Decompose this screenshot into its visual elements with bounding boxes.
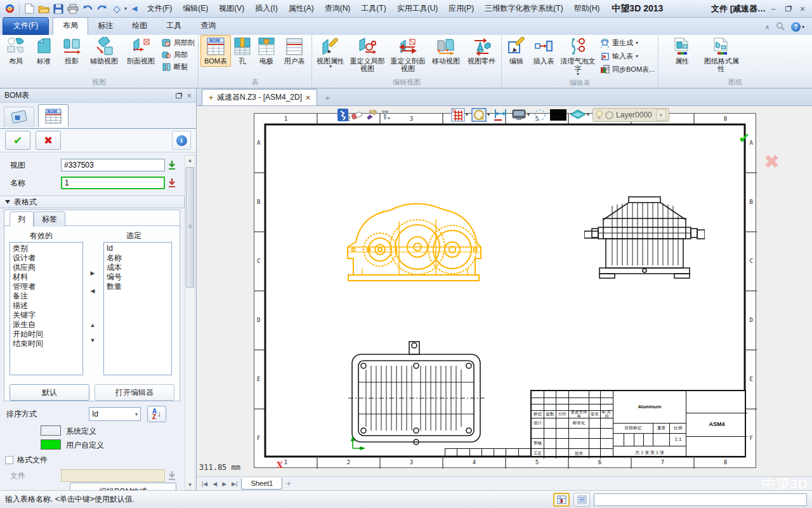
tab-layout[interactable]: 布局 [53,17,88,35]
first-sheet-button[interactable]: |◀ [200,481,209,487]
redo-icon[interactable] [95,2,109,16]
new-file-icon[interactable] [22,2,36,16]
tab-close-icon[interactable]: × [306,93,310,102]
help-icon[interactable]: ? ▾ [791,22,804,32]
menu-view[interactable]: 视图(V) [214,1,249,16]
side-view-gearbox[interactable] [584,194,705,282]
scrollbar-thumb[interactable] [186,167,194,288]
tab-drawing[interactable]: 绘图 [122,17,157,35]
brush-icon[interactable] [366,109,377,121]
view-attributes-button[interactable]: 视图属性 ▾ [314,35,347,70]
menu-applications[interactable]: 应用(P) [443,1,479,16]
name-field-input[interactable] [61,177,165,189]
import-table-button[interactable]: 输入表 ▾ [600,51,655,61]
back-icon[interactable]: ◀ [128,2,141,16]
dropdown-icon[interactable]: ▾ [577,72,579,76]
collapse-ribbon-icon[interactable]: ∧ [765,23,769,30]
view-field-input[interactable] [61,159,165,171]
auxiliary-view-button[interactable]: 辅助视图 [86,35,122,67]
layers-icon[interactable]: ▾ [570,109,589,121]
electrode-table-button[interactable]: 电极 [254,35,279,67]
move-view-button[interactable]: 移动视图 [428,35,464,67]
quick-access-dropdown-icon[interactable]: ▾ [124,7,127,11]
prev-sheet-button[interactable]: ◀ [211,481,218,487]
redefine-detail-view-button[interactable]: 重定义局部视图 [347,35,388,74]
dimension-display-icon[interactable]: ▾ [471,109,490,121]
scroll-down-icon[interactable]: ▼ [185,480,195,490]
table-format-section-header[interactable]: 表格式 [0,196,185,208]
pattern-grid-icon[interactable]: ▾ [451,109,468,121]
minimize-button[interactable]: – [766,3,780,15]
status-input[interactable] [594,493,807,506]
list-item[interactable]: 供应商 [13,263,80,272]
name-pick-icon[interactable] [166,177,178,189]
list-item[interactable]: 成本 [107,263,169,272]
user-table-button[interactable]: 用户表 [279,35,310,67]
panel-scrollbar[interactable]: ▲ ▼ [185,155,195,490]
list-item[interactable]: 派生自 [13,320,80,330]
menu-inquire[interactable]: 查询(N) [320,1,356,16]
scroll-up-icon[interactable]: ▲ [185,156,195,165]
menu-utilities[interactable]: 实用工具(U) [392,1,443,16]
filter-icon[interactable] [381,109,391,121]
close-button[interactable]: × [796,3,809,15]
menu-attributes[interactable]: 属性(A) [284,1,319,16]
list-item[interactable]: Id [107,244,169,253]
edit-table-button[interactable]: 编辑 [504,35,529,67]
available-list[interactable]: 类别 设计者 供应商 材料 管理者 备注 描述 关键字 派生自 开始时间 结束时… [10,242,83,375]
insert-table-button[interactable]: 插入表 [529,35,558,67]
new-document-tab-button[interactable]: + [317,92,338,105]
status-table-toggle-button[interactable] [553,493,570,507]
print-icon[interactable] [66,2,80,16]
sheet-format-attributes-button[interactable]: 图纸格式属性 [701,35,742,74]
default-button[interactable]: 默认 [10,384,89,401]
list-item[interactable]: 描述 [13,301,80,311]
search-icon[interactable] [776,22,785,32]
list-item[interactable]: 管理者 [13,282,80,291]
list-item[interactable]: 关键字 [13,311,80,320]
broken-view-button[interactable]: 断裂 [162,62,195,72]
clean-balloon-text-button[interactable]: 清理气泡文字 ▾ [558,35,598,78]
tab-labels[interactable]: 标签 [34,211,65,227]
add-sheet-button[interactable]: + [285,479,292,488]
menu-insert[interactable]: 插入(I) [250,1,282,16]
info-button[interactable]: i [172,131,191,150]
layout-button[interactable]: 布局 [2,35,30,67]
section-view-button[interactable]: 剖面视图 [122,35,159,67]
drawing-canvas[interactable]: 1 2 3 4 5 6 7 8 1 2 3 4 5 6 7 8 A B C D … [197,106,812,476]
move-up-button[interactable]: ▲ [89,321,97,330]
top-view-gearbox[interactable] [348,340,485,450]
front-view-gearbox[interactable] [343,196,486,286]
local-section-button[interactable]: 局部剖 [162,38,195,48]
sheet-attributes-button[interactable]: 属性 [668,35,696,67]
cancel-button[interactable]: ✖ [36,131,61,150]
layer-combo[interactable]: Layer0000 ▾ [593,108,669,122]
last-sheet-button[interactable]: ▶| [230,481,239,487]
tab-inquire[interactable]: 查询 [191,17,225,35]
eraser-icon[interactable] [351,109,363,121]
menu-help[interactable]: 帮助(H) [569,1,605,16]
sort-select[interactable]: Id ▾ [89,407,141,421]
open-file-icon[interactable] [37,2,51,16]
restore-button[interactable] [781,3,795,15]
document-tab[interactable]: + 减速器N.Z3 - [ASM4_2D] × [202,89,317,105]
move-right-button[interactable]: ▶ [89,269,96,277]
tab-dimension[interactable]: 标注 [88,17,122,35]
list-item[interactable]: 材料 [13,272,80,282]
display-mode-icon[interactable]: ▾ [511,109,530,121]
menu-file[interactable]: 文件(F) [142,1,177,16]
dropdown-icon[interactable]: ▾ [329,65,332,69]
tab-columns[interactable]: 列 [10,211,34,227]
undo-icon[interactable] [81,2,95,16]
list-item[interactable]: 设计者 [13,253,80,263]
tab-view-icon-tab[interactable] [4,107,34,127]
detail-view-button[interactable]: 局部 [162,50,195,60]
constraint-icon[interactable] [493,109,508,121]
refresh-icon[interactable]: ◇ [110,2,124,16]
panel-close-icon[interactable]: × [187,91,192,100]
file-menu-button[interactable]: 文件(F) [3,17,49,35]
next-sheet-button[interactable]: ▶ [221,481,228,487]
list-item[interactable]: 开始时间 [13,330,80,339]
projection-view-button[interactable]: 投影 [58,35,86,67]
active-color-swatch[interactable] [550,109,566,121]
